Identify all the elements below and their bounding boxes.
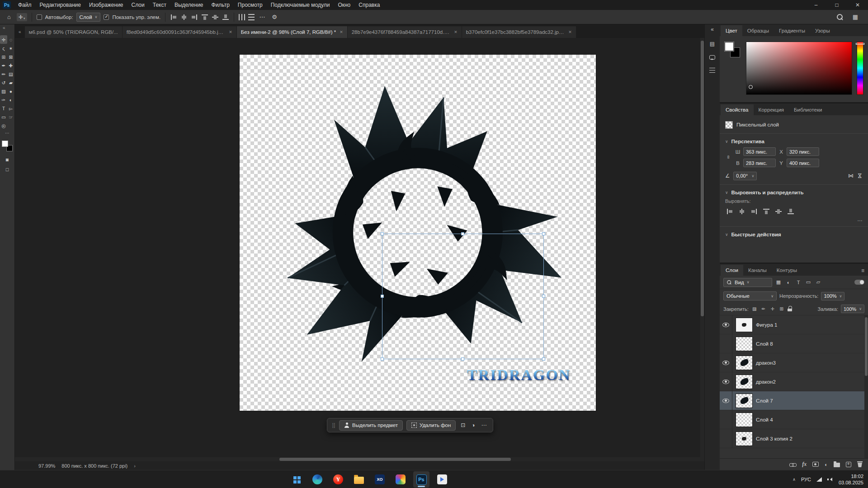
yandex-browser-icon[interactable]: Y (330, 471, 346, 488)
menu-image[interactable]: Изображение (85, 0, 127, 10)
tool-clone-stamp[interactable]: ▤ (7, 70, 14, 78)
horizontal-scrollbar[interactable] (15, 457, 704, 461)
tool-crop[interactable]: ⊞ (0, 52, 7, 61)
document-tab[interactable]: м6.psd @ 50% (TRIDRAGON, RGB/... (25, 26, 122, 38)
home-icon[interactable]: ⌂ (5, 14, 14, 20)
visibility-toggle[interactable] (720, 372, 732, 391)
panel-menu-icon[interactable]: ≡ (861, 267, 868, 276)
align-left-icon[interactable] (170, 14, 177, 20)
fill-field[interactable]: 100%∨ (841, 305, 864, 313)
more-align-options-icon[interactable]: ⋯ (258, 14, 267, 20)
drag-grip-icon[interactable]: ⣿ (332, 422, 335, 428)
layer-filter-select[interactable]: Вид∨ (723, 278, 772, 287)
tool-dodge[interactable]: ◐ (7, 95, 14, 104)
filter-adjustment-layers-icon[interactable]: ◐ (785, 280, 792, 285)
lock-transparency-icon[interactable]: ▨ (751, 306, 758, 311)
tool-pen[interactable]: ✑ (0, 95, 7, 104)
lock-artboard-icon[interactable]: ⊞ (778, 306, 785, 311)
visibility-toggle[interactable] (720, 334, 732, 353)
tab-swatches[interactable]: Образцы (742, 25, 774, 36)
selection-handle[interactable] (542, 232, 545, 235)
layer-row[interactable]: Слой 3 копия 2 (720, 429, 868, 448)
visibility-toggle[interactable] (720, 353, 732, 372)
add-mask-icon[interactable] (812, 462, 819, 467)
select-subject-button[interactable]: Выделить предмет (339, 420, 403, 431)
align-center-vertical-icon[interactable] (775, 208, 782, 215)
flip-horizontal-icon[interactable]: ⋈ (848, 173, 854, 179)
layer-row[interactable]: Слой 7 (720, 391, 868, 410)
distribute-horizontal-icon[interactable] (239, 14, 245, 20)
lock-all-icon[interactable] (788, 306, 792, 312)
layer-effects-icon[interactable]: fx (802, 461, 807, 468)
align-right-icon[interactable] (191, 14, 198, 20)
document-canvas[interactable]: TRIDRAGON (240, 55, 596, 411)
maximize-button[interactable]: □ (826, 0, 847, 10)
height-field[interactable]: 283 пикс. (743, 159, 776, 167)
menu-window[interactable]: Окно (334, 0, 354, 10)
edge-browser-icon[interactable] (309, 471, 326, 488)
current-tool-move-icon[interactable]: ✛▾ (17, 13, 27, 21)
selection-handle[interactable] (381, 295, 384, 298)
filter-pixel-layers-icon[interactable]: ▦ (775, 279, 782, 285)
canvas-area[interactable]: TRIDRAGON ⣿ (15, 38, 704, 457)
xo-app-icon[interactable]: XO (372, 471, 388, 488)
new-layer-icon[interactable] (846, 462, 851, 467)
more-options-icon[interactable]: ⋯ (480, 422, 488, 428)
tool-marquee[interactable]: ◌ (7, 35, 14, 44)
selection-handle[interactable] (542, 357, 545, 361)
collapse-toolbar-icon[interactable]: « (0, 25, 5, 33)
tool-shape[interactable]: ▭ (0, 113, 7, 121)
visibility-toggle[interactable] (720, 391, 732, 410)
new-group-icon[interactable] (834, 463, 840, 467)
align-bottom-icon[interactable] (222, 14, 229, 20)
visibility-toggle[interactable] (720, 429, 732, 448)
adjustments-panel-icon[interactable] (709, 68, 715, 73)
filter-toggle[interactable] (854, 280, 864, 285)
hidden-icons-chevron[interactable]: ∧ (793, 477, 796, 482)
y-field[interactable]: 400 пикс. (787, 159, 819, 167)
layer-row[interactable]: Фигура 1 (720, 315, 868, 334)
file-explorer-icon[interactable] (351, 471, 367, 488)
tab-channels[interactable]: Каналы (743, 265, 772, 276)
filter-type-layers-icon[interactable]: T (795, 280, 802, 285)
blend-mode-select[interactable]: Обычные∨ (723, 291, 777, 300)
tool-history-brush[interactable]: ↺ (0, 78, 7, 87)
show-transform-controls-checkbox[interactable] (104, 14, 109, 20)
remove-background-button[interactable]: Удалить фон (406, 420, 456, 431)
network-icon[interactable] (816, 477, 822, 482)
flip-vertical-icon[interactable]: ⋈ (857, 173, 863, 178)
tab-libraries[interactable]: Библиотеки (789, 104, 827, 115)
photoshop-taskbar-icon[interactable]: Ps (413, 471, 429, 488)
colorful-app-icon[interactable] (392, 471, 409, 488)
align-right-icon[interactable] (750, 208, 758, 215)
opacity-field[interactable]: 100%∨ (821, 292, 844, 300)
vertical-scrollbar[interactable] (700, 38, 704, 457)
distribute-vertical-icon[interactable] (248, 14, 255, 20)
tool-zoom[interactable]: ◎ (0, 121, 7, 130)
layer-thumbnail[interactable] (736, 356, 753, 370)
scrollbar-thumb[interactable] (701, 41, 704, 316)
layer-thumbnail[interactable] (736, 432, 753, 446)
layer-row[interactable]: дракон3 (720, 353, 868, 372)
layer-row[interactable]: Слой 8 (720, 334, 868, 353)
adjustment-icon[interactable]: ◑ (470, 422, 476, 428)
tool-gradient[interactable]: ▨ (0, 87, 7, 95)
align-section-header[interactable]: ∨ Выровнять и распределить (725, 187, 863, 198)
tool-quick-selection[interactable]: ✶ (7, 44, 14, 52)
workspace-switcher-icon[interactable]: ▦ (851, 14, 860, 20)
x-field[interactable]: 320 пикс. (787, 147, 819, 156)
tool-move[interactable]: ✛ (0, 35, 7, 44)
menu-edit[interactable]: Редактирование (36, 0, 85, 10)
selection-handle[interactable] (461, 357, 464, 361)
filter-shape-layers-icon[interactable]: ▭ (805, 279, 812, 285)
align-top-icon[interactable] (201, 14, 208, 20)
align-center-horizontal-icon[interactable] (738, 208, 745, 215)
clock[interactable]: 18:02 03.08.2025 (839, 473, 863, 486)
menu-view[interactable]: Просмотр (234, 0, 266, 10)
document-tab[interactable]: 28b7e9e4376f788459a84387a717710d.jpg @ 1… (348, 26, 462, 38)
selection-handle[interactable] (461, 232, 464, 235)
minimize-button[interactable]: – (806, 0, 826, 10)
selection-handle[interactable] (381, 357, 384, 361)
layer-thumbnail[interactable] (736, 318, 753, 332)
autoselect-target-select[interactable]: Слой∨ (76, 13, 101, 22)
